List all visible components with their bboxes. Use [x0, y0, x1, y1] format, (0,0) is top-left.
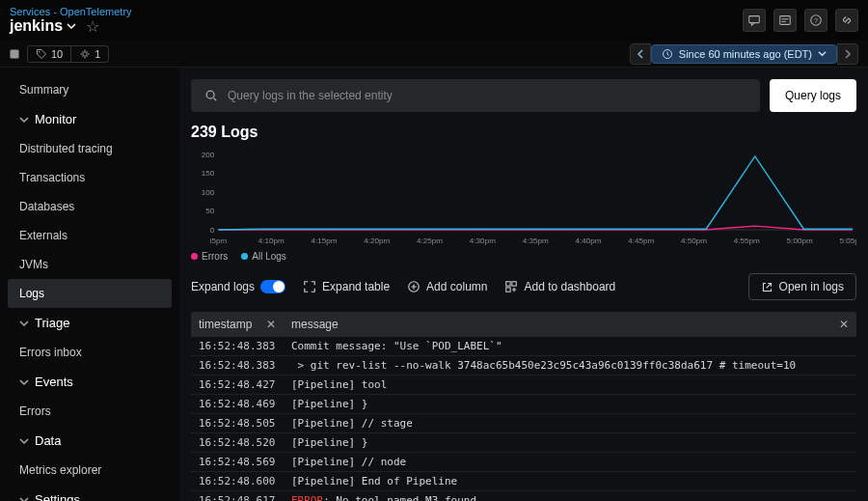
time-next[interactable]	[837, 43, 858, 65]
chevron-down-icon	[818, 49, 827, 58]
log-message: [Pipeline] End of Pipeline	[284, 472, 856, 490]
link-icon[interactable]	[835, 9, 858, 32]
svg-text:5:00pm: 5:00pm	[787, 237, 813, 245]
time-picker-label: Since 60 minutes ago (EDT)	[679, 48, 812, 60]
sidebar-item-externals[interactable]: Externals	[8, 221, 172, 250]
log-row[interactable]: 16:52:48.569[Pipeline] // node	[191, 453, 856, 472]
legend-all-logs[interactable]: All Logs	[241, 251, 286, 262]
log-row[interactable]: 16:52:48.617ERROR: No tool named M3 foun…	[191, 491, 856, 501]
sidebar-header-monitor[interactable]: Monitor	[8, 104, 172, 134]
sidebar-item-metrics-explorer[interactable]: Metrics explorer	[8, 456, 172, 485]
column-message[interactable]: message ✕	[284, 312, 856, 337]
svg-text:4:20pm: 4:20pm	[364, 237, 390, 245]
add-dashboard-label: Add to dashboard	[524, 280, 615, 293]
column-timestamp-label: timestamp	[199, 318, 252, 331]
log-timestamp: 16:52:48.505	[191, 414, 284, 432]
log-message: [Pipeline] }	[284, 395, 856, 413]
sidebar-item-errors[interactable]: Errors	[8, 397, 172, 426]
log-timestamp: 16:52:48.427	[191, 376, 284, 394]
log-message: [Pipeline] // node	[284, 453, 856, 471]
clock-icon	[662, 48, 673, 60]
sidebar-header-label: Settings	[35, 492, 80, 501]
log-row[interactable]: 16:52:48.427[Pipeline] tool	[191, 376, 856, 395]
column-timestamp[interactable]: timestamp ✕	[191, 312, 284, 337]
external-link-icon	[761, 281, 773, 293]
open-in-logs-label: Open in logs	[779, 280, 844, 293]
teams-pill[interactable]: 1	[70, 46, 108, 62]
legend-errors-label: Errors	[202, 251, 228, 262]
log-table-body[interactable]: 16:52:48.383Commit message: "Use `POD_LA…	[191, 337, 856, 501]
legend-all-logs-label: All Logs	[252, 251, 286, 262]
log-row[interactable]: 16:52:48.469[Pipeline] }	[191, 395, 856, 414]
log-row[interactable]: 16:52:48.505[Pipeline] // stage	[191, 414, 856, 433]
svg-text:4:45pm: 4:45pm	[628, 237, 654, 245]
expand-logs-toggle[interactable]: Expand logs	[191, 280, 285, 293]
chevron-down-icon	[19, 436, 29, 446]
svg-point-6	[39, 51, 41, 53]
log-message: Commit message: "Use `POD_LABEL`"	[284, 337, 856, 355]
sidebar-item-databases[interactable]: Databases	[8, 192, 172, 221]
svg-text:4:15pm: 4:15pm	[311, 237, 337, 245]
svg-text:4:50pm: 4:50pm	[681, 237, 707, 245]
feedback-icon[interactable]	[743, 9, 766, 32]
sidebar-item-transactions[interactable]: Transactions	[8, 163, 172, 192]
expand-table-label: Expand table	[322, 280, 390, 293]
svg-rect-32	[506, 288, 510, 292]
log-row[interactable]: 16:52:48.383Commit message: "Use `POD_LA…	[191, 337, 856, 356]
star-icon[interactable]: ☆	[86, 17, 99, 36]
add-column-button[interactable]: Add column	[407, 280, 487, 293]
chevron-left-icon	[636, 49, 645, 59]
log-timestamp: 16:52:48.617	[191, 491, 284, 501]
workload-icon[interactable]	[773, 9, 797, 32]
sidebar-header-settings[interactable]: Settings	[8, 485, 172, 501]
svg-text:150: 150	[202, 170, 215, 179]
page-title[interactable]: jenkins	[10, 17, 76, 35]
svg-text:50: 50	[205, 208, 215, 216]
remove-column-icon[interactable]: ✕	[839, 318, 849, 331]
log-message: [Pipeline] // stage	[284, 414, 856, 432]
svg-text:0: 0	[210, 226, 215, 235]
query-input[interactable]: Query logs in the selected entity	[191, 79, 760, 112]
log-row[interactable]: 16:52:48.520[Pipeline] }	[191, 433, 856, 453]
svg-text:4:30pm: 4:30pm	[470, 237, 496, 245]
chevron-down-icon	[19, 377, 29, 387]
sidebar-header-label: Monitor	[35, 112, 76, 126]
svg-text:200: 200	[202, 153, 215, 159]
svg-rect-2	[782, 18, 789, 19]
log-row[interactable]: 16:52:48.383 > git rev-list --no-walk 37…	[191, 356, 856, 376]
time-picker[interactable]: Since 60 minutes ago (EDT)	[651, 44, 837, 64]
expand-table-button[interactable]: Expand table	[303, 280, 390, 293]
breadcrumb[interactable]: Services - OpenTelemetry	[10, 6, 132, 17]
open-in-logs-button[interactable]: Open in logs	[748, 273, 856, 300]
query-logs-button[interactable]: Query logs	[770, 79, 856, 112]
add-dashboard-button[interactable]: Add to dashboard	[504, 280, 615, 293]
logs-chart[interactable]: 050100150200i5pm4:10pm4:15pm4:20pm4:25pm…	[191, 153, 856, 262]
help-icon[interactable]: ?	[804, 9, 827, 32]
tags-pill[interactable]: 10	[28, 46, 70, 62]
sidebar-item-distributed-tracing[interactable]: Distributed tracing	[8, 134, 172, 163]
sidebar-header-triage[interactable]: Triage	[8, 308, 172, 338]
log-row[interactable]: 16:52:48.600[Pipeline] End of Pipeline	[191, 472, 856, 491]
sidebar-header-label: Events	[35, 375, 73, 389]
log-message: [Pipeline] tool	[284, 376, 856, 394]
sidebar-item-logs[interactable]: Logs	[8, 279, 172, 308]
svg-text:5:05pm: 5:05pm	[839, 237, 856, 245]
log-timestamp: 16:52:48.520	[191, 433, 284, 452]
log-timestamp: 16:52:48.600	[191, 472, 284, 490]
sidebar-item-summary[interactable]: Summary	[8, 75, 172, 104]
sidebar-header-events[interactable]: Events	[8, 367, 172, 397]
sidebar-header-label: Triage	[35, 316, 69, 330]
time-prev[interactable]	[630, 43, 651, 65]
sidebar-header-data[interactable]: Data	[8, 426, 172, 456]
sidebar-item-jvms[interactable]: JVMs	[8, 250, 172, 279]
svg-rect-30	[506, 282, 510, 286]
chevron-down-icon	[67, 21, 76, 31]
svg-rect-0	[749, 16, 760, 23]
teams-count: 1	[95, 48, 100, 60]
page-title-text: jenkins	[10, 17, 63, 35]
remove-column-icon[interactable]: ✕	[266, 318, 276, 331]
tags-count: 10	[51, 48, 63, 60]
legend-errors[interactable]: Errors	[191, 251, 228, 262]
sidebar-item-errors-inbox[interactable]: Errors inbox	[8, 338, 172, 367]
svg-text:4:35pm: 4:35pm	[523, 237, 549, 245]
